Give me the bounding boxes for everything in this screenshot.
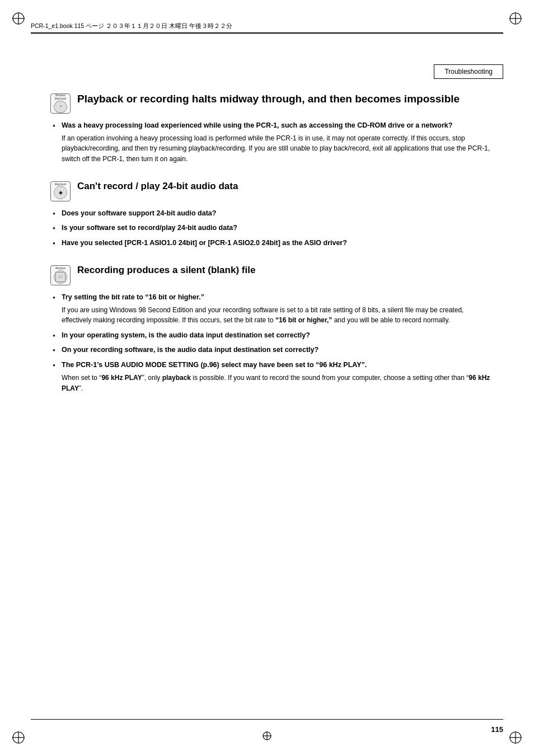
os-icon-inner-1: Windows Macintosh ⊕ xyxy=(50,93,71,114)
bullet-item: Does your software support 24-bit audio … xyxy=(50,208,495,219)
bullet-item: The PCR-1’s USB AUDIO MODE SETTING (p.96… xyxy=(50,360,495,393)
corner-mark-br xyxy=(507,729,524,746)
bullet-question: Was a heavy processing load experienced … xyxy=(62,120,495,131)
bold-text: playback xyxy=(162,374,191,382)
os-icon-circle-1: ⊕ xyxy=(54,101,67,113)
footer-divider xyxy=(31,719,503,720)
troubleshooting-tab: Troubleshooting xyxy=(434,64,503,79)
section-1-bullets: Was a heavy processing load experienced … xyxy=(50,120,495,165)
page: PCR-1_e1.book 115 ページ ２０３年１１月２０日 木曜日 午後３… xyxy=(0,0,534,756)
section-3-header: Windows □ Recording produces a silent (b… xyxy=(50,264,495,287)
bullet-item: Try setting the bit rate to “16 bit or h… xyxy=(50,292,495,326)
os-icon-circle-3: □ xyxy=(54,270,67,284)
bold-text: “16 bit or higher,” xyxy=(275,316,332,324)
bullet-question: Have you selected [PCR-1 ASIO1.0 24bit] … xyxy=(62,238,495,248)
center-bottom-mark xyxy=(261,730,273,744)
page-number: 115 xyxy=(491,725,503,734)
bullet-item: Was a heavy processing load experienced … xyxy=(50,120,495,165)
bullet-item: Is your software set to record/play 24-b… xyxy=(50,223,495,233)
os-icon-windows-mac: Windows Macintosh ⊕ xyxy=(50,93,72,115)
header-divider xyxy=(31,32,503,34)
header-meta: PCR-1_e1.book 115 ページ ２０３年１１月２０日 木曜日 午後３… xyxy=(31,22,503,30)
bullet-text: If an operation involving a heavy proces… xyxy=(62,133,495,165)
bullet-question: In your operating system, is the audio d… xyxy=(62,330,495,341)
section-1-title: Playback or recording halts midway throu… xyxy=(77,92,460,106)
os-icon-circle-2: ◆ xyxy=(54,186,67,199)
bullet-item: On your recording software, is the audio… xyxy=(50,345,495,355)
bullet-text: When set to “96 kHz PLAY”, only playback… xyxy=(62,373,495,393)
bullet-question: Try setting the bit rate to “16 bit or h… xyxy=(62,292,495,303)
os-label-mac: Macintosh xyxy=(55,97,67,101)
header-bar: PCR-1_e1.book 115 ページ ２０３年１１月２０日 木曜日 午後３… xyxy=(31,22,503,34)
bullet-item: In your operating system, is the audio d… xyxy=(50,330,495,341)
section-2-title: Can't record / play 24-bit audio data xyxy=(77,180,238,192)
corner-mark-tr xyxy=(507,10,524,27)
bullet-question: Is your software set to record/play 24-b… xyxy=(62,223,495,233)
main-content: Windows Macintosh ⊕ Playback or recordin… xyxy=(50,92,495,409)
section-3-title: Recording produces a silent (blank) file xyxy=(77,264,255,276)
section-1-header: Windows Macintosh ⊕ Playback or recordin… xyxy=(50,92,495,115)
os-icon-mac: Macintosh ◆ xyxy=(50,181,72,203)
bold-text: 96 kHz PLAY xyxy=(101,374,142,382)
corner-mark-tl xyxy=(10,10,27,27)
os-icon-windows-2: Windows □ xyxy=(50,265,72,287)
os-label-windows-2: Windows xyxy=(55,267,65,270)
section-3-bullets: Try setting the bit rate to “16 bit or h… xyxy=(50,292,495,393)
section-playback-halts: Windows Macintosh ⊕ Playback or recordin… xyxy=(50,92,495,165)
section-recording-silent: Windows □ Recording produces a silent (b… xyxy=(50,264,495,393)
os-icon-inner-3: Windows □ xyxy=(50,265,71,285)
corner-mark-bl xyxy=(10,729,27,746)
bullet-question: On your recording software, is the audio… xyxy=(62,345,495,355)
section-cant-record: Macintosh ◆ Can't record / play 24-bit a… xyxy=(50,180,495,248)
section-2-header: Macintosh ◆ Can't record / play 24-bit a… xyxy=(50,180,495,203)
bullet-question: Does your software support 24-bit audio … xyxy=(62,208,495,219)
bullet-item: Have you selected [PCR-1 ASIO1.0 24bit] … xyxy=(50,238,495,248)
bullet-text: If you are using Windows 98 Second Editi… xyxy=(62,305,495,326)
tab-label: Troubleshooting xyxy=(444,68,493,76)
bullet-question: The PCR-1’s USB AUDIO MODE SETTING (p.96… xyxy=(62,360,495,370)
os-icon-inner-2: Macintosh ◆ xyxy=(50,181,71,201)
section-2-bullets: Does your software support 24-bit audio … xyxy=(50,208,495,248)
